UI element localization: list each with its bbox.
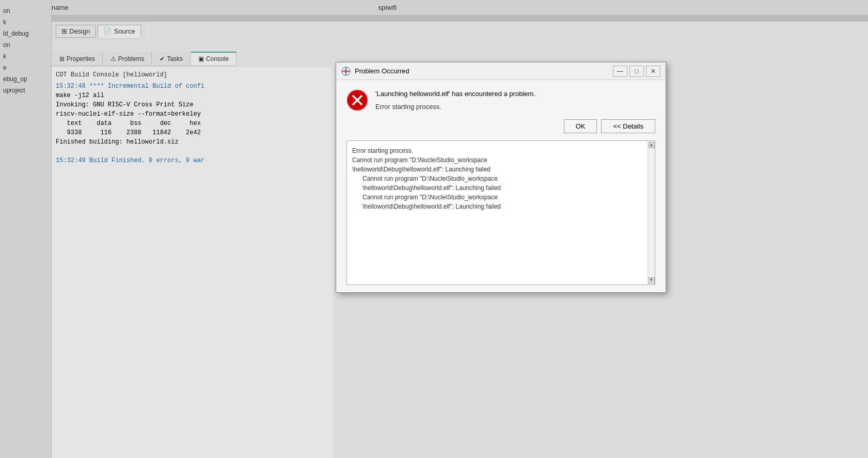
details-button[interactable]: << Details (601, 119, 655, 133)
dialog-title-text: Problem Occurred (355, 67, 409, 75)
maximize-button[interactable]: □ (629, 66, 644, 77)
details-scrollbar[interactable]: ▲ ▼ (648, 141, 655, 285)
error-icon (346, 89, 368, 111)
dialog-content: 'Launching helloworld.elf' has encounter… (336, 80, 666, 292)
details-line-1: Cannot run program "D:\NucleiStudio_work… (352, 155, 650, 165)
dialog-buttons: OK << Details (346, 119, 655, 133)
details-line-2: \helloworld\Debug\helloworld.elf": Launc… (352, 165, 650, 174)
details-line-4: \helloworld\Debug\helloworld.elf": Launc… (352, 183, 650, 193)
dialog-title-controls: — □ ✕ (613, 66, 660, 77)
dialog-title-icon (341, 67, 351, 76)
close-button[interactable]: ✕ (646, 66, 660, 77)
scroll-up-arrow[interactable]: ▲ (649, 142, 655, 148)
scroll-down-arrow[interactable]: ▼ (649, 277, 655, 283)
dialog-title-left: Problem Occurred (341, 67, 409, 76)
dialog-details-box[interactable]: Error starting process. Cannot run progr… (346, 140, 655, 285)
details-line-3: Cannot run program "D:\NucleiStudio_work… (352, 174, 650, 183)
problem-occurred-dialog: Problem Occurred — □ ✕ 'Launching hellow… (336, 62, 666, 293)
dialog-main-message: 'Launching helloworld.elf' has encounter… (346, 89, 655, 111)
ok-button[interactable]: OK (564, 119, 597, 133)
dialog-primary-message: 'Launching helloworld.elf' has encounter… (375, 89, 655, 99)
minimize-button[interactable]: — (613, 66, 627, 77)
dialog-secondary-message: Error starting process. (375, 103, 655, 110)
dialog-titlebar: Problem Occurred — □ ✕ (336, 62, 666, 80)
details-first-line: Error starting process. (352, 146, 650, 155)
svg-point-1 (344, 70, 348, 73)
details-line-5: Cannot run program "D:\NucleiStudio_work… (352, 193, 650, 202)
details-line-6: \helloworld\Debug\helloworld.elf": Launc… (352, 202, 650, 211)
dialog-msg-text: 'Launching helloworld.elf' has encounter… (375, 89, 655, 110)
